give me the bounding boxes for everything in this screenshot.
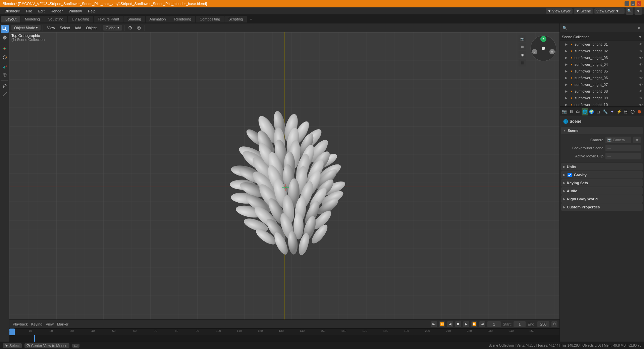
minimize-button[interactable]: ─ <box>625 1 629 6</box>
tab-shading[interactable]: Shading <box>123 16 145 22</box>
tab-modeling[interactable]: Modeling <box>21 16 44 22</box>
scene-selector[interactable]: ▼ Scene <box>574 8 593 14</box>
keying-sets-header[interactable]: ▶ Keying Sets <box>561 179 643 187</box>
object-menu-btn[interactable]: Object <box>84 24 99 32</box>
tool-annotate[interactable] <box>1 82 9 90</box>
item-vis-0[interactable]: 👁 <box>639 43 643 46</box>
outliner-item-6[interactable]: ▶ ▼ sunflower_bright_07 👁 <box>560 81 644 88</box>
item-vis-5[interactable]: 👁 <box>639 76 643 80</box>
outliner-item-8[interactable]: ▶ ▼ sunflower_bright_09 👁 <box>560 95 644 101</box>
background-scene-value[interactable]: — <box>605 145 641 151</box>
rigid-body-header[interactable]: ▶ Rigid Body World <box>561 195 643 203</box>
item-vis-9[interactable]: 👁 <box>639 103 643 107</box>
timeline-ruler[interactable]: 0 10 20 30 40 50 60 70 80 90 100 110 120… <box>9 329 559 335</box>
menu-help[interactable]: Help <box>85 8 98 14</box>
select-status[interactable]: Select <box>3 343 22 348</box>
item-vis-2[interactable]: 👁 <box>639 56 643 60</box>
item-vis-8[interactable]: 👁 <box>639 96 643 100</box>
tab-sculpting[interactable]: Sculpting <box>44 16 67 22</box>
vp-camera-view[interactable]: 📷 <box>519 35 526 42</box>
snap-btn[interactable] <box>126 24 134 32</box>
tool-scale[interactable] <box>1 62 9 70</box>
menu-edit[interactable]: Edit <box>36 8 47 14</box>
maximize-button[interactable]: □ <box>631 1 635 6</box>
menu-render[interactable]: Render <box>48 8 65 14</box>
movie-clip-value[interactable]: — <box>605 153 641 159</box>
prop-scene-icon[interactable]: 🌐 <box>582 108 588 115</box>
outliner-filter-icon[interactable]: ▼ <box>638 35 642 39</box>
select-menu-btn[interactable]: Select <box>58 24 72 32</box>
tool-move[interactable] <box>1 45 9 53</box>
prop-material-icon[interactable] <box>636 108 643 115</box>
menu-file[interactable]: File <box>23 8 35 14</box>
prop-view-layer-icon[interactable]: 🗂 <box>575 108 581 115</box>
view-menu-btn[interactable]: View <box>45 24 57 32</box>
filter-btn[interactable]: ▼ <box>635 7 642 15</box>
vp-perspective-toggle[interactable]: ⊞ <box>519 43 526 50</box>
tab-uv-editing[interactable]: UV Editing <box>68 16 93 22</box>
view-layer-selector[interactable]: View Layer ▼ <box>594 8 625 14</box>
panel-search[interactable]: 🔍 <box>561 24 569 32</box>
vp-collections[interactable]: ☰ <box>519 59 526 66</box>
outliner-item-4[interactable]: ▶ ▼ sunflower_bright_05 👁 <box>560 68 644 74</box>
prop-object-icon[interactable]: ◻ <box>595 108 602 115</box>
marker-menu[interactable]: Marker <box>56 322 70 327</box>
keying-menu[interactable]: Keying <box>30 322 44 327</box>
tool-transform[interactable] <box>1 71 9 79</box>
outliner-item-5[interactable]: ▶ ▼ sunflower_bright_06 👁 <box>560 74 644 81</box>
camera-value[interactable]: 📷 Camera <box>605 137 631 143</box>
item-vis-1[interactable]: 👁 <box>639 49 643 53</box>
menu-window[interactable]: Window <box>66 8 85 14</box>
tool-select[interactable] <box>1 25 9 33</box>
tab-texture-paint[interactable]: Texture Paint <box>94 16 123 22</box>
navigation-gizmo[interactable]: Z X Y <box>530 35 557 62</box>
global-btn[interactable]: Global ▾ <box>103 25 122 31</box>
item-vis-7[interactable]: 👁 <box>639 90 643 93</box>
fps-btn[interactable]: ⏱ <box>551 321 557 327</box>
outliner-item-3[interactable]: ▶ ▼ sunflower_bright_04 👁 <box>560 61 644 68</box>
camera-edit-btn[interactable]: ✏ <box>633 137 641 143</box>
prop-world-icon[interactable]: 🌍 <box>588 108 595 115</box>
prop-render-icon[interactable]: 📷 <box>561 108 568 115</box>
outliner-item-9[interactable]: ▶ ▼ sunflower_bright_10 👁 <box>560 101 644 107</box>
timeline-track[interactable] <box>9 335 559 342</box>
workspace-selector[interactable]: ▼ View Layer <box>546 8 573 14</box>
tab-animation[interactable]: Animation <box>146 16 170 22</box>
jump-start-btn[interactable]: ⏮ <box>431 321 437 327</box>
current-frame-input[interactable]: 1 <box>487 321 501 327</box>
next-keyframe-btn[interactable]: ⏩ <box>471 321 477 327</box>
item-vis-4[interactable]: 👁 <box>639 69 643 73</box>
object-mode-btn[interactable]: Object Mode ▾ <box>11 25 41 31</box>
gravity-checkbox[interactable] <box>568 173 572 177</box>
outliner-item-1[interactable]: ▶ ▼ sunflower_bright_02 👁 <box>560 48 644 54</box>
tab-scripting[interactable]: Scripting <box>224 16 247 22</box>
end-frame-input[interactable]: 250 <box>537 321 549 327</box>
vp-local-view[interactable]: ◉ <box>519 51 526 58</box>
units-header[interactable]: ▶ Units <box>561 163 643 170</box>
prev-keyframe-btn[interactable]: ⏪ <box>439 321 445 327</box>
outliner-item-7[interactable]: ▶ ▼ sunflower_bright_08 👁 <box>560 88 644 95</box>
prop-data-icon[interactable] <box>629 108 636 115</box>
tab-add[interactable]: + <box>247 16 255 22</box>
playback-menu[interactable]: Playback <box>11 322 29 327</box>
play-btn[interactable]: ▶ <box>463 321 469 327</box>
item-vis-6[interactable]: 👁 <box>639 83 643 87</box>
custom-props-header[interactable]: ▶ Custom Properties <box>561 203 643 211</box>
add-menu-btn[interactable]: Add <box>73 24 84 32</box>
close-button[interactable]: ✕ <box>637 1 641 6</box>
search-btn[interactable]: 🔍 <box>626 7 633 15</box>
prop-particles-icon[interactable]: ✦ <box>609 108 615 115</box>
prop-modifier-icon[interactable]: 🔧 <box>602 108 608 115</box>
scene-section-header[interactable]: ▼ Scene <box>561 127 643 134</box>
tab-layout[interactable]: Layout <box>1 16 20 22</box>
prop-constraints-icon[interactable]: ⛓ <box>623 108 629 115</box>
item-vis-3[interactable]: 👁 <box>639 63 643 66</box>
view-menu[interactable]: View <box>44 322 55 327</box>
tool-rotate[interactable] <box>1 53 9 61</box>
tab-compositing[interactable]: Compositing <box>196 16 224 22</box>
outliner-item-0[interactable]: ▶ ▼ sunflower_bright_01 👁 <box>560 41 644 48</box>
viewport-3d[interactable]: Top Orthographic (1) Scene Collection <box>9 32 559 342</box>
gravity-header[interactable]: ▶ Gravity <box>561 171 643 179</box>
play-reverse-btn[interactable]: ◀ <box>447 321 453 327</box>
start-frame-input[interactable]: 1 <box>514 321 526 327</box>
